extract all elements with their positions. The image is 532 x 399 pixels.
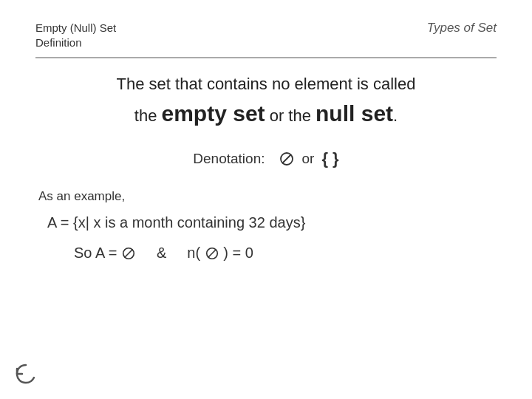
denotation-braces: { } — [321, 149, 338, 168]
slide-label-line2: Definition — [35, 35, 116, 50]
so-a-line: So A = & n( ) = 0 — [74, 245, 497, 262]
slide-label: Empty (Null) Set Definition — [35, 21, 116, 50]
heading-line1: The set that contains no element is call… — [35, 72, 497, 97]
n-empty-set-icon — [205, 246, 219, 261]
svg-line-3 — [124, 250, 132, 258]
denotation-label: Denotation: — [193, 151, 265, 167]
header-area: Empty (Null) Set Definition Types of Set — [35, 21, 497, 50]
example-label: As an example, — [38, 189, 497, 204]
slide-label-line1: Empty (Null) Set — [35, 21, 116, 35]
so-a-amp: & — [157, 245, 166, 262]
denotation-or: or — [302, 151, 315, 167]
set-a-line: A = {x| x is a month containing 32 days} — [47, 214, 497, 231]
so-empty-set-icon — [121, 246, 136, 261]
heading-line2: the empty set or the null set. — [35, 97, 497, 132]
denotation-row: Denotation: or { } — [35, 149, 497, 168]
empty-set-text: empty set — [162, 101, 265, 126]
null-set-text: null set — [316, 101, 393, 126]
so-a-prefix: So A = — [74, 245, 136, 262]
empty-set-icon — [279, 151, 295, 167]
divider — [35, 57, 497, 58]
so-a-n: n( ) = 0 — [187, 245, 253, 262]
bottom-icon — [13, 361, 38, 386]
types-of-set-label: Types of Set — [427, 21, 497, 35]
svg-line-1 — [282, 154, 291, 163]
slide: Empty (Null) Set Definition Types of Set… — [0, 0, 532, 399]
main-heading: The set that contains no element is call… — [35, 72, 497, 132]
svg-line-5 — [208, 250, 216, 258]
